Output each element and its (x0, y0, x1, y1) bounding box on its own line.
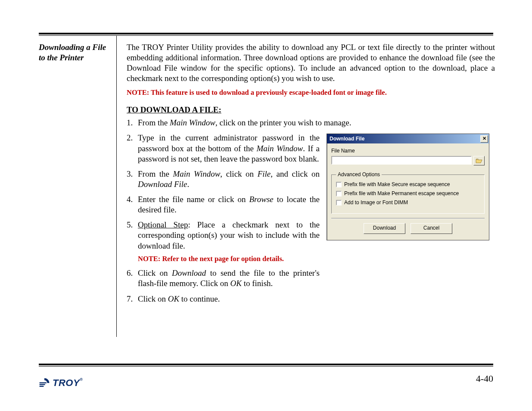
step-3-b: Main Window (173, 169, 220, 178)
close-icon[interactable]: ✕ (480, 135, 488, 143)
option-make-permanent-label: Prefix file with Make Permanent escape s… (344, 190, 459, 197)
step-3-a: From the (138, 169, 173, 178)
step-4: Enter the file name or click on Browse t… (138, 194, 320, 215)
advanced-options-legend: Advanced Options (336, 171, 382, 178)
step-1-a: From the (138, 118, 170, 127)
page-number: 4-40 (476, 373, 493, 384)
step-6-d: OK (230, 279, 242, 288)
svg-rect-2 (40, 386, 44, 387)
step-3: From the Main Window, click on File, and… (138, 169, 320, 190)
footer-rule-thin (39, 366, 493, 367)
logo-text-value: TROY (53, 377, 80, 388)
step-1-b: Main Window (170, 118, 215, 127)
advanced-options-group: Advanced Options Prefix file with Make S… (331, 171, 485, 214)
section-heading: TO DOWNLOAD A FILE: (127, 105, 495, 115)
step-6-e: to finish. (242, 279, 273, 288)
step-4-b: Browse (249, 195, 273, 204)
step-3-d: File (258, 169, 271, 178)
step-7: Click on OK to continue. (138, 294, 320, 304)
svg-rect-0 (40, 382, 47, 383)
checkbox-icon[interactable] (336, 182, 342, 187)
step-7-a: Click on (138, 294, 168, 303)
dialog-separator (331, 218, 485, 219)
troy-logo: TROY® (39, 377, 83, 389)
footer-rule-thick (39, 364, 493, 365)
sidebar-title: Downloading a File to the Printer (39, 42, 111, 63)
dialog-titlebar[interactable]: Download File ✕ (327, 134, 489, 143)
step-4-a: Enter the file name or click on (138, 195, 249, 204)
dialog-title: Download File (330, 136, 480, 142)
option-make-secure-label: Prefix file with Make Secure escape sequ… (344, 181, 450, 188)
option-make-secure[interactable]: Prefix file with Make Secure escape sequ… (336, 181, 480, 188)
step-2-b: Main Window (256, 144, 303, 153)
troy-logo-icon (39, 377, 50, 389)
step-6-b: Download (172, 268, 206, 277)
troy-logo-text: TROY® (53, 377, 83, 389)
step-6-a: Click on (138, 268, 172, 277)
checkbox-icon[interactable] (336, 200, 342, 206)
file-name-label: File Name (331, 148, 485, 154)
step-3-g: . (187, 180, 190, 189)
folder-open-icon (476, 158, 482, 163)
option-make-permanent[interactable]: Prefix file with Make Permanent escape s… (336, 190, 480, 197)
step-1: From the Main Window, click on the print… (138, 118, 495, 128)
download-button[interactable]: Download (364, 223, 405, 234)
step-5-label: Optional Step (138, 220, 188, 229)
step-7-b: OK (168, 294, 179, 303)
intro-note: NOTE: This feature is used to download a… (127, 88, 495, 97)
intro-paragraph: The TROY Printer Utility provides the ab… (127, 42, 495, 84)
download-file-dialog: Download File ✕ File Name (327, 134, 489, 240)
top-rule-thick (39, 33, 493, 34)
step-2: Type in the current administrator passwo… (138, 133, 320, 164)
top-rule-thin (39, 35, 493, 36)
option-add-dimm-label: Add to Image or Font DIMM (344, 199, 408, 206)
svg-rect-1 (40, 384, 45, 385)
step-1-c: , click on the printer you wish to manag… (215, 118, 352, 127)
step-5: Optional Step: Place a checkmark next to… (138, 220, 320, 263)
sidebar-divider (116, 35, 117, 337)
checkbox-icon[interactable] (336, 191, 342, 196)
browse-button[interactable] (473, 156, 485, 165)
file-name-input[interactable] (331, 156, 472, 165)
step-5-note: NOTE: Refer to the next page for option … (138, 255, 320, 264)
cancel-button[interactable]: Cancel (411, 223, 452, 234)
step-3-e: , and click on (271, 169, 320, 178)
step-3-c: , click on (220, 169, 257, 178)
registered-mark: ® (80, 377, 83, 382)
step-7-c: to continue. (179, 294, 220, 303)
step-6: Click on Download to send the file to th… (138, 268, 320, 289)
option-add-dimm[interactable]: Add to Image or Font DIMM (336, 199, 480, 206)
step-3-f: Download File (138, 180, 187, 189)
